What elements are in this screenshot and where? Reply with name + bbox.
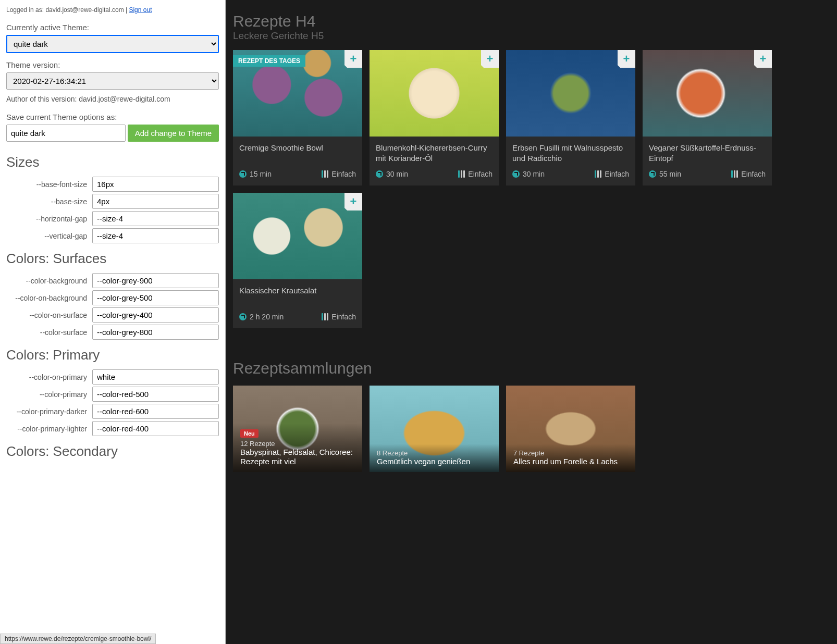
- prop-label: --color-primary-darker: [6, 407, 92, 416]
- recipe-card[interactable]: +Klassischer Krautsalat2 h 20 minEinfach: [233, 193, 362, 328]
- clock-icon: [649, 170, 656, 178]
- prop-input[interactable]: [92, 307, 219, 323]
- prop-label: --color-primary: [6, 390, 92, 399]
- prop-input[interactable]: [92, 325, 219, 340]
- collection-count: 7 Rezepte: [513, 449, 628, 457]
- save-as-input[interactable]: [6, 125, 126, 142]
- recipe-card[interactable]: +Erbsen Fusilli mit Walnusspesto und Rad…: [506, 50, 635, 185]
- prop-input[interactable]: [92, 194, 219, 209]
- login-line: Logged in as: david.jost@rewe-digital.co…: [6, 6, 219, 14]
- clock-icon: [239, 313, 247, 320]
- difficulty-icon: [731, 170, 738, 178]
- prop-input[interactable]: [92, 421, 219, 436]
- prop-input[interactable]: [92, 290, 219, 305]
- add-recipe-button[interactable]: +: [618, 50, 635, 68]
- active-theme-select[interactable]: quite dark: [6, 35, 219, 53]
- add-recipe-button[interactable]: +: [481, 50, 499, 68]
- prop-label: --color-on-background: [6, 294, 92, 302]
- prop-label: --vertical-gap: [6, 232, 92, 240]
- login-prefix: Logged in as:: [6, 6, 45, 14]
- recipe-time: 30 min: [386, 170, 408, 178]
- theme-version-select[interactable]: 2020-02-27-16:34:21: [6, 72, 219, 90]
- plus-icon: +: [760, 52, 767, 66]
- save-as-label: Save current Theme options as:: [6, 113, 219, 121]
- collections-heading: Rezeptsammlungen: [233, 360, 830, 377]
- prop-input[interactable]: [92, 387, 219, 402]
- status-bar: https://www.rewe.de/rezepte/cremige-smoo…: [0, 634, 156, 644]
- recipe-image: REZEPT DES TAGES+: [233, 50, 362, 137]
- collection-count: 8 Rezepte: [377, 449, 491, 457]
- prop-input[interactable]: [92, 211, 219, 226]
- recipes-heading: Rezepte H4: [233, 13, 830, 30]
- prop-label: --color-background: [6, 277, 92, 285]
- active-theme-label: Currently active Theme:: [6, 23, 219, 32]
- prop-label: --horizontal-gap: [6, 215, 92, 223]
- new-badge: Neu: [240, 429, 259, 438]
- section-heading: Sizes: [6, 154, 219, 170]
- recipe-badge: REZEPT DES TAGES: [233, 55, 305, 67]
- preview-panel: Rezepte H4 Leckere Gerichte H5 REZEPT DE…: [226, 0, 837, 644]
- recipe-image: +: [233, 193, 362, 279]
- prop-row: --color-on-surface: [6, 307, 219, 323]
- collection-count: 12 Rezepte: [240, 440, 355, 448]
- prop-label: --color-on-surface: [6, 311, 92, 319]
- recipe-difficulty: Einfach: [331, 170, 356, 178]
- add-change-button[interactable]: Add change to Theme: [128, 125, 219, 142]
- plus-icon: +: [350, 195, 357, 208]
- recipe-card[interactable]: REZEPT DES TAGES+Cremige Smoothie Bowl15…: [233, 50, 362, 185]
- plus-icon: +: [350, 52, 357, 66]
- collection-card[interactable]: 8 RezepteGemütlich vegan genießen: [370, 386, 499, 472]
- collection-cards: Neu12 RezepteBabyspinat, Feldsalat, Chic…: [233, 386, 830, 472]
- prop-row: --color-background: [6, 273, 219, 288]
- collection-title: Gemütlich vegan genießen: [377, 457, 491, 467]
- add-recipe-button[interactable]: +: [344, 50, 362, 68]
- section-heading: Colors: Secondary: [6, 443, 219, 460]
- prop-input[interactable]: [92, 404, 219, 419]
- author-line: Author of this version: david.jost@rewe-…: [6, 95, 219, 103]
- recipe-title: Klassischer Krautsalat: [239, 286, 356, 307]
- recipe-time: 30 min: [523, 170, 545, 178]
- login-sep: |: [124, 6, 129, 14]
- recipe-time: 55 min: [659, 170, 681, 178]
- collection-card[interactable]: 7 RezepteAlles rund um Forelle & Lachs: [506, 386, 635, 472]
- prop-label: --color-surface: [6, 328, 92, 337]
- prop-row: --color-primary: [6, 387, 219, 402]
- prop-row: --base-size: [6, 194, 219, 209]
- plus-icon: +: [487, 52, 494, 66]
- difficulty-icon: [595, 170, 601, 178]
- recipe-image: +: [643, 50, 772, 137]
- add-recipe-button[interactable]: +: [344, 193, 362, 210]
- recipe-title: Cremige Smoothie Bowl: [239, 143, 356, 165]
- prop-row: --color-surface: [6, 325, 219, 340]
- difficulty-icon: [458, 170, 465, 178]
- section-heading: Colors: Surfaces: [6, 251, 219, 267]
- recipe-time: 2 h 20 min: [250, 313, 284, 321]
- recipe-card[interactable]: +Blumenkohl-Kichererbsen-Curry mit Koria…: [370, 50, 499, 185]
- prop-row: --color-primary-lighter: [6, 421, 219, 436]
- add-recipe-button[interactable]: +: [754, 50, 772, 68]
- recipe-image: +: [506, 50, 635, 137]
- recipe-card[interactable]: +Veganer Süßkartoffel-Erdnuss-Eintopf55 …: [643, 50, 772, 185]
- signout-link[interactable]: Sign out: [129, 6, 152, 14]
- recipes-subheading: Leckere Gerichte H5: [233, 30, 830, 42]
- collection-title: Alles rund um Forelle & Lachs: [513, 457, 628, 467]
- prop-label: --base-font-size: [6, 180, 92, 189]
- prop-input[interactable]: [92, 177, 219, 192]
- collection-card[interactable]: Neu12 RezepteBabyspinat, Feldsalat, Chic…: [233, 386, 362, 472]
- prop-row: --vertical-gap: [6, 228, 219, 243]
- prop-row: --horizontal-gap: [6, 211, 219, 226]
- recipe-title: Blumenkohl-Kichererbsen-Curry mit Korian…: [376, 143, 493, 165]
- prop-input[interactable]: [92, 369, 219, 385]
- clock-icon: [376, 170, 383, 178]
- collection-title: Babyspinat, Feldsalat, Chicoree: Rezepte…: [240, 448, 355, 467]
- prop-label: --base-size: [6, 197, 92, 206]
- recipe-image: +: [370, 50, 499, 137]
- recipe-title: Erbsen Fusilli mit Walnusspesto und Radi…: [512, 143, 629, 165]
- recipe-difficulty: Einfach: [331, 313, 356, 321]
- clock-icon: [239, 170, 247, 178]
- prop-label: --color-primary-lighter: [6, 425, 92, 433]
- plus-icon: +: [623, 52, 630, 66]
- section-heading: Colors: Primary: [6, 347, 219, 363]
- prop-input[interactable]: [92, 228, 219, 243]
- prop-input[interactable]: [92, 273, 219, 288]
